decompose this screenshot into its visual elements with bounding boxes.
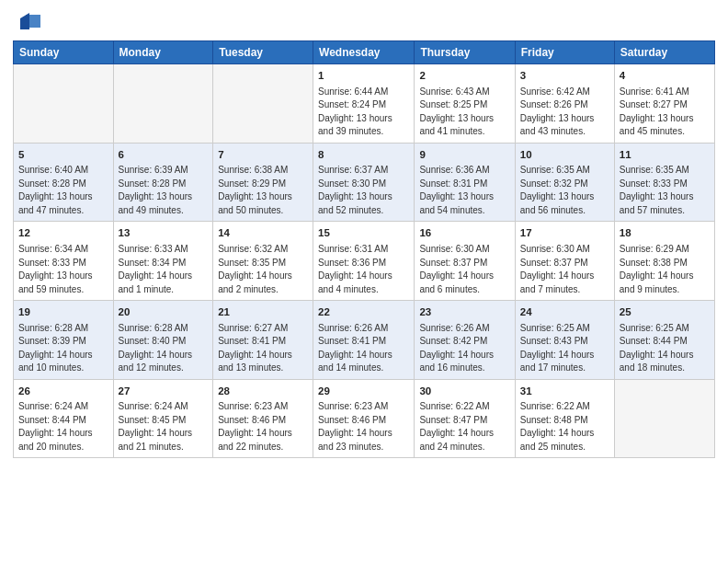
logo: [13, 9, 42, 35]
day-info: Sunrise: 6:25 AMSunset: 8:44 PMDaylight:…: [620, 322, 710, 375]
calendar-cell: 24Sunrise: 6:25 AMSunset: 8:43 PMDayligh…: [515, 301, 614, 380]
calendar-cell: 22Sunrise: 6:26 AMSunset: 8:41 PMDayligh…: [313, 301, 415, 380]
day-number: 12: [18, 225, 108, 241]
day-number: 14: [218, 225, 308, 241]
calendar-cell: [213, 64, 313, 144]
calendar-cell: 11Sunrise: 6:35 AMSunset: 8:33 PMDayligh…: [614, 143, 714, 222]
calendar-cell: 4Sunrise: 6:41 AMSunset: 8:27 PMDaylight…: [614, 64, 714, 144]
day-number: 29: [318, 384, 409, 399]
calendar-cell: 12Sunrise: 6:34 AMSunset: 8:33 PMDayligh…: [14, 222, 114, 301]
day-info: Sunrise: 6:24 AMSunset: 8:45 PMDaylight:…: [119, 400, 209, 454]
day-number: 21: [218, 304, 308, 320]
day-number: 25: [620, 304, 710, 320]
day-info: Sunrise: 6:35 AMSunset: 8:33 PMDaylight:…: [620, 164, 710, 217]
logo-icon: [17, 9, 42, 35]
day-number: 1: [318, 68, 409, 84]
day-number: 30: [419, 384, 509, 399]
day-number: 10: [520, 147, 609, 163]
calendar-cell: 23Sunrise: 6:26 AMSunset: 8:42 PMDayligh…: [415, 301, 515, 380]
weekday-header-tuesday: Tuesday: [213, 41, 313, 64]
day-info: Sunrise: 6:32 AMSunset: 8:35 PMDaylight:…: [218, 243, 308, 296]
day-number: 19: [18, 304, 108, 320]
day-number: 18: [620, 225, 710, 241]
calendar-cell: 10Sunrise: 6:35 AMSunset: 8:32 PMDayligh…: [515, 143, 614, 222]
day-number: 5: [18, 147, 108, 163]
calendar-cell: 29Sunrise: 6:23 AMSunset: 8:46 PMDayligh…: [313, 379, 415, 458]
day-number: 3: [520, 68, 609, 84]
calendar-cell: 1Sunrise: 6:44 AMSunset: 8:24 PMDaylight…: [313, 64, 415, 144]
day-info: Sunrise: 6:41 AMSunset: 8:27 PMDaylight:…: [620, 86, 710, 139]
day-info: Sunrise: 6:30 AMSunset: 8:37 PMDaylight:…: [520, 243, 609, 296]
day-info: Sunrise: 6:27 AMSunset: 8:41 PMDaylight:…: [218, 322, 308, 375]
day-number: 31: [520, 384, 609, 399]
day-info: Sunrise: 6:23 AMSunset: 8:46 PMDaylight:…: [318, 400, 409, 454]
day-info: Sunrise: 6:26 AMSunset: 8:41 PMDaylight:…: [318, 322, 409, 375]
day-info: Sunrise: 6:40 AMSunset: 8:28 PMDaylight:…: [18, 164, 108, 217]
day-number: 20: [119, 304, 209, 320]
day-info: Sunrise: 6:28 AMSunset: 8:40 PMDaylight:…: [119, 322, 209, 375]
calendar-cell: 6Sunrise: 6:39 AMSunset: 8:28 PMDaylight…: [113, 143, 213, 222]
calendar-table: SundayMondayTuesdayWednesdayThursdayFrid…: [13, 40, 715, 458]
day-info: Sunrise: 6:30 AMSunset: 8:37 PMDaylight:…: [419, 243, 509, 296]
day-number: 11: [620, 147, 710, 163]
day-number: 16: [419, 225, 509, 241]
day-number: 26: [18, 384, 108, 399]
weekday-header-saturday: Saturday: [614, 41, 714, 64]
calendar-cell: 5Sunrise: 6:40 AMSunset: 8:28 PMDaylight…: [14, 143, 114, 222]
day-number: 22: [318, 304, 409, 320]
day-number: 17: [520, 225, 609, 241]
day-info: Sunrise: 6:44 AMSunset: 8:24 PMDaylight:…: [318, 86, 409, 139]
svg-marker-1: [20, 13, 29, 29]
calendar-cell: 7Sunrise: 6:38 AMSunset: 8:29 PMDaylight…: [213, 143, 313, 222]
calendar-cell: 27Sunrise: 6:24 AMSunset: 8:45 PMDayligh…: [113, 379, 213, 458]
day-info: Sunrise: 6:37 AMSunset: 8:30 PMDaylight:…: [318, 164, 409, 217]
day-info: Sunrise: 6:36 AMSunset: 8:31 PMDaylight:…: [419, 164, 509, 217]
day-number: 8: [318, 147, 409, 163]
page: SundayMondayTuesdayWednesdayThursdayFrid…: [0, 0, 728, 563]
weekday-header-monday: Monday: [113, 41, 213, 64]
day-info: Sunrise: 6:34 AMSunset: 8:33 PMDaylight:…: [18, 243, 108, 296]
day-info: Sunrise: 6:29 AMSunset: 8:38 PMDaylight:…: [620, 243, 710, 296]
calendar-cell: 2Sunrise: 6:43 AMSunset: 8:25 PMDaylight…: [415, 64, 515, 144]
day-number: 23: [419, 304, 509, 320]
header: [13, 9, 715, 35]
calendar-cell: 9Sunrise: 6:36 AMSunset: 8:31 PMDaylight…: [415, 143, 515, 222]
weekday-header-sunday: Sunday: [14, 41, 114, 64]
day-number: 13: [119, 225, 209, 241]
day-number: 15: [318, 225, 409, 241]
weekday-header-wednesday: Wednesday: [313, 41, 415, 64]
day-info: Sunrise: 6:25 AMSunset: 8:43 PMDaylight:…: [520, 322, 609, 375]
calendar-cell: 21Sunrise: 6:27 AMSunset: 8:41 PMDayligh…: [213, 301, 313, 380]
day-info: Sunrise: 6:24 AMSunset: 8:44 PMDaylight:…: [18, 400, 108, 454]
weekday-row: SundayMondayTuesdayWednesdayThursdayFrid…: [14, 41, 715, 64]
calendar-cell: [14, 64, 114, 144]
day-info: Sunrise: 6:26 AMSunset: 8:42 PMDaylight:…: [419, 322, 509, 375]
calendar-cell: 17Sunrise: 6:30 AMSunset: 8:37 PMDayligh…: [515, 222, 614, 301]
calendar-week-5: 26Sunrise: 6:24 AMSunset: 8:44 PMDayligh…: [14, 379, 715, 458]
calendar-cell: 30Sunrise: 6:22 AMSunset: 8:47 PMDayligh…: [415, 379, 515, 458]
calendar-cell: 16Sunrise: 6:30 AMSunset: 8:37 PMDayligh…: [415, 222, 515, 301]
calendar-cell: 25Sunrise: 6:25 AMSunset: 8:44 PMDayligh…: [614, 301, 714, 380]
calendar-cell: 18Sunrise: 6:29 AMSunset: 8:38 PMDayligh…: [614, 222, 714, 301]
calendar-cell: 14Sunrise: 6:32 AMSunset: 8:35 PMDayligh…: [213, 222, 313, 301]
day-info: Sunrise: 6:43 AMSunset: 8:25 PMDaylight:…: [419, 86, 509, 139]
day-number: 28: [218, 384, 308, 399]
day-number: 7: [218, 147, 308, 163]
calendar-cell: 13Sunrise: 6:33 AMSunset: 8:34 PMDayligh…: [113, 222, 213, 301]
day-number: 4: [620, 68, 710, 84]
calendar-cell: 15Sunrise: 6:31 AMSunset: 8:36 PMDayligh…: [313, 222, 415, 301]
calendar-week-2: 5Sunrise: 6:40 AMSunset: 8:28 PMDaylight…: [14, 143, 715, 222]
calendar-week-4: 19Sunrise: 6:28 AMSunset: 8:39 PMDayligh…: [14, 301, 715, 380]
day-info: Sunrise: 6:33 AMSunset: 8:34 PMDaylight:…: [119, 243, 209, 296]
day-info: Sunrise: 6:28 AMSunset: 8:39 PMDaylight:…: [18, 322, 108, 375]
calendar-cell: 26Sunrise: 6:24 AMSunset: 8:44 PMDayligh…: [14, 379, 114, 458]
day-info: Sunrise: 6:42 AMSunset: 8:26 PMDaylight:…: [520, 86, 609, 139]
calendar-cell: 19Sunrise: 6:28 AMSunset: 8:39 PMDayligh…: [14, 301, 114, 380]
day-info: Sunrise: 6:23 AMSunset: 8:46 PMDaylight:…: [218, 400, 308, 454]
day-number: 2: [419, 68, 509, 84]
calendar-body: 1Sunrise: 6:44 AMSunset: 8:24 PMDaylight…: [14, 64, 715, 458]
day-info: Sunrise: 6:39 AMSunset: 8:28 PMDaylight:…: [119, 164, 209, 217]
calendar-cell: [614, 379, 714, 458]
day-info: Sunrise: 6:35 AMSunset: 8:32 PMDaylight:…: [520, 164, 609, 217]
weekday-header-thursday: Thursday: [415, 41, 515, 64]
